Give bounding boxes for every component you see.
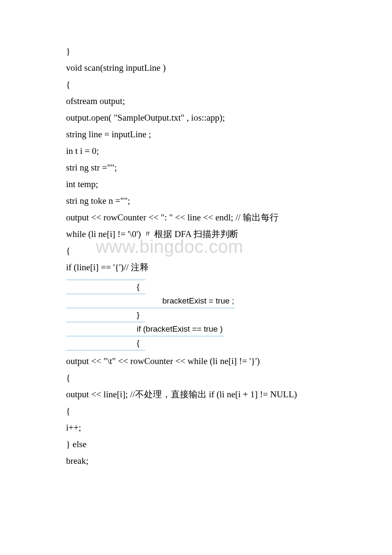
- code-line: i++;: [66, 423, 326, 432]
- table-row: if (bracketExist == true ): [66, 322, 326, 336]
- table-cell-indent: [66, 322, 136, 336]
- code-line: stri ng str ="";: [66, 163, 326, 172]
- code-line: while (li ne[i] != '\0') 〃 根据 DFA 扫描并判断: [66, 230, 326, 239]
- table-row: }: [66, 308, 326, 322]
- code-line: stri ng toke n ="";: [66, 197, 326, 205]
- table-cell-indent: [66, 308, 136, 322]
- code-line: void scan(string inputLine ): [66, 64, 326, 72]
- code-table: { bracketExist = true ; } if (bracketExi…: [66, 280, 326, 350]
- code-line: if (line[i] == '{')// 注释: [66, 263, 326, 272]
- table-cell-indent: [66, 336, 136, 350]
- code-line: } else: [66, 440, 326, 449]
- code-line: output << line[i]; //不处理，直接输出 if (li ne[…: [66, 390, 326, 399]
- code-line: string line = inputLine ;: [66, 130, 326, 139]
- table-cell: if (bracketExist == true ): [136, 322, 224, 336]
- table-row: bracketExist = true ;: [66, 294, 326, 308]
- table-cell-indent: [66, 280, 136, 294]
- table-cell: {: [136, 280, 145, 294]
- code-line: break;: [66, 457, 326, 465]
- code-line: output << rowCounter << ": " << line << …: [66, 213, 326, 222]
- code-line: int temp;: [66, 180, 326, 189]
- code-line: in t i = 0;: [66, 147, 326, 156]
- table-cell: bracketExist = true ;: [161, 294, 235, 308]
- code-line: {: [66, 407, 326, 416]
- code-line: output << "\t" << rowCounter << while (l…: [66, 357, 326, 366]
- table-row: {: [66, 280, 326, 294]
- document-body: } void scan(string inputLine ) { ofstrea…: [0, 0, 392, 507]
- table-cell: }: [136, 308, 145, 322]
- code-line: }: [66, 47, 326, 56]
- code-line: output.open( "SampleOutput.txt" , ios::a…: [66, 113, 326, 122]
- table-row: {: [66, 336, 326, 350]
- code-line: {: [66, 373, 326, 382]
- code-line: ofstream output;: [66, 97, 326, 106]
- code-line: {: [66, 80, 326, 89]
- table-cell-indent: [66, 294, 161, 308]
- table-cell: {: [136, 336, 145, 350]
- code-line: {: [66, 246, 326, 255]
